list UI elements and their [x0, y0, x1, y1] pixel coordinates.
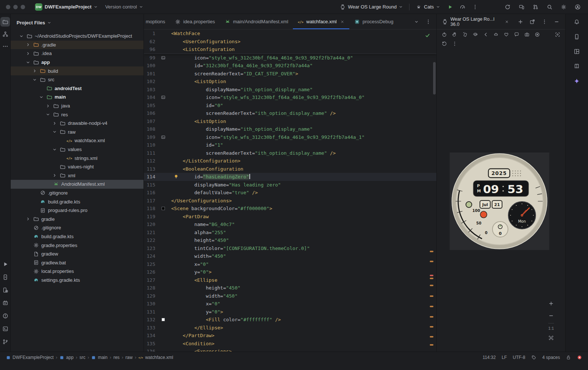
tree-item[interactable]: build.gradle.kts: [11, 232, 143, 241]
chevron-down-icon[interactable]: [51, 147, 58, 152]
close-window-button[interactable]: [6, 5, 10, 9]
tree-item[interactable]: values: [11, 145, 143, 154]
tree-item[interactable]: app: [11, 58, 143, 67]
tree-item[interactable]: gradle.properties: [11, 241, 143, 250]
screenshot-button[interactable]: [553, 31, 562, 39]
more-horizontal-tool-button[interactable]: [0, 41, 10, 51]
tree-item[interactable]: main: [11, 93, 143, 102]
tree-item[interactable]: settings.gradle.kts: [11, 276, 143, 285]
vcs-widget[interactable]: Version control: [103, 2, 146, 12]
code-line[interactable]: 105 id="0": [144, 102, 436, 110]
code-line[interactable]: 100 id="312c30bf_f64a_461e_9c93_992f2fb7…: [144, 62, 436, 70]
code-line[interactable]: 128 height="450": [144, 284, 436, 292]
intention-bulb-icon[interactable]: [173, 174, 179, 179]
tree-item[interactable]: raw: [11, 128, 143, 137]
tree-item[interactable]: gradle: [11, 215, 143, 223]
warning-stripe-mark[interactable]: [430, 251, 433, 252]
warning-stripe-mark[interactable]: [430, 344, 433, 346]
hidden-tabs-button[interactable]: [411, 17, 422, 27]
code-line[interactable]: 118<Scene backgroundColor="#ff000000">: [144, 205, 436, 213]
code-line[interactable]: 62 <UserConfigurations>: [144, 38, 436, 46]
warning-stripe-mark[interactable]: [430, 295, 433, 297]
tree-item[interactable]: proguard-rules.pro: [11, 206, 143, 215]
code-line[interactable]: 135 <Condition>: [144, 340, 436, 348]
notification-badge-icon[interactable]: [577, 355, 582, 360]
code-line[interactable]: 110 id="1": [144, 141, 436, 149]
chevron-right-icon[interactable]: [25, 42, 31, 47]
hide-device-panel-button[interactable]: [552, 17, 561, 27]
device-explorer-tool-button[interactable]: [572, 32, 581, 41]
profiler-button[interactable]: [457, 2, 468, 12]
documentation-tool-button[interactable]: [572, 61, 581, 71]
tree-item[interactable]: src: [11, 75, 143, 84]
code-line[interactable]: 116 defaultValue="true" />: [144, 189, 436, 197]
chevron-down-icon[interactable]: [45, 112, 51, 117]
hardware-button-button[interactable]: [491, 31, 501, 39]
notifications-tool-button[interactable]: [572, 17, 581, 27]
avatar-button[interactable]: [573, 2, 583, 12]
tab-main-androidmanifest-xml[interactable]: main/AndroidManifest.xml: [220, 14, 293, 29]
warning-stripe-mark[interactable]: [430, 278, 433, 279]
code-line[interactable]: 133 </Ellipse>: [144, 324, 436, 332]
chevron-right-icon[interactable]: [31, 69, 38, 73]
chevron-down-icon[interactable]: [51, 130, 58, 134]
pull-request-button[interactable]: [530, 2, 541, 12]
line-separator[interactable]: LF: [502, 355, 507, 360]
reset-view-button[interactable]: [440, 40, 449, 48]
tab-watchface-xml[interactable]: </>watchface.xml: [293, 14, 349, 29]
chevron-down-icon[interactable]: [38, 95, 44, 99]
rotary-input-button[interactable]: [471, 31, 480, 39]
color-preview-chip[interactable]: [162, 318, 165, 321]
terminal-tool-button[interactable]: [0, 324, 10, 333]
more-run-actions-button[interactable]: [470, 2, 480, 12]
breadcrumb-item[interactable]: main: [91, 355, 107, 360]
tab-moptions[interactable]: moptions: [144, 14, 170, 29]
project-tool-button[interactable]: [0, 17, 10, 27]
code-line[interactable]: 117</UserConfigurations>: [144, 197, 436, 205]
chevron-right-icon[interactable]: [25, 217, 31, 221]
project-widget[interactable]: DW DWFExampleProject: [32, 2, 100, 12]
tree-item[interactable]: drawable-nodpi-v4: [11, 119, 143, 128]
error-stripe-mark[interactable]: [430, 275, 433, 276]
chevron-right-icon[interactable]: [45, 104, 51, 108]
zoom-out-button[interactable]: [546, 311, 556, 321]
tag-icon[interactable]: [531, 355, 536, 360]
warning-stripe-mark[interactable]: [430, 306, 433, 307]
gradle-sync-button[interactable]: [502, 2, 513, 12]
code-line[interactable]: 129 width="450": [144, 292, 436, 300]
version-control-tool-button[interactable]: [0, 337, 10, 346]
screen-record-button[interactable]: [533, 31, 542, 39]
code-line[interactable]: 107 <ListOption: [144, 117, 436, 126]
tree-item[interactable]: local.properties: [11, 267, 143, 276]
tab-processdebug[interactable]: processDebug: [349, 14, 398, 29]
code-line[interactable]: 131 y="0">: [144, 308, 436, 316]
code-line[interactable]: 101 screenReaderText="ID_CAT_STEP_OVER">: [144, 70, 436, 78]
fit-screen-button[interactable]: [546, 333, 556, 343]
tab-options-button[interactable]: [423, 17, 433, 27]
code-line[interactable]: 125 x="0": [144, 260, 436, 268]
warning-stripe-mark[interactable]: [430, 261, 433, 262]
tree-item[interactable]: AndroidManifest.xml: [11, 180, 143, 189]
lock-icon[interactable]: [566, 355, 571, 360]
tree-item[interactable]: gradlew.bat: [11, 258, 143, 267]
minimize-window-button[interactable]: [13, 5, 18, 9]
code-line[interactable]: 115 displayName="Has leading zero": [144, 181, 436, 189]
chevron-down-icon[interactable]: [18, 34, 24, 38]
back-button-button[interactable]: [481, 31, 490, 39]
code-line[interactable]: 96 <ListConfiguration: [144, 45, 436, 54]
code-line[interactable]: 130 x="0": [144, 300, 436, 308]
code-line[interactable]: 122 height="450": [144, 236, 436, 244]
breadcrumb-item[interactable]: app: [59, 355, 73, 360]
code-line[interactable]: 123 tintColor="[CONFIGURATION.themeColor…: [144, 244, 436, 253]
run-button[interactable]: [445, 2, 455, 12]
layout-inspector-tool-button[interactable]: [572, 47, 581, 56]
camera-button[interactable]: [522, 31, 532, 39]
device-streaming-button[interactable]: [516, 2, 527, 12]
chevron-down-icon[interactable]: [31, 78, 38, 82]
run-tool-button[interactable]: [0, 259, 10, 269]
code-line[interactable]: 136 <Expressions>: [144, 347, 436, 352]
device-panel-options-button[interactable]: [540, 17, 549, 27]
tree-item[interactable]: res: [11, 110, 143, 119]
code-line[interactable]: 126 y="0">: [144, 268, 436, 276]
code-line[interactable]: 1<WatchFace: [144, 30, 436, 38]
